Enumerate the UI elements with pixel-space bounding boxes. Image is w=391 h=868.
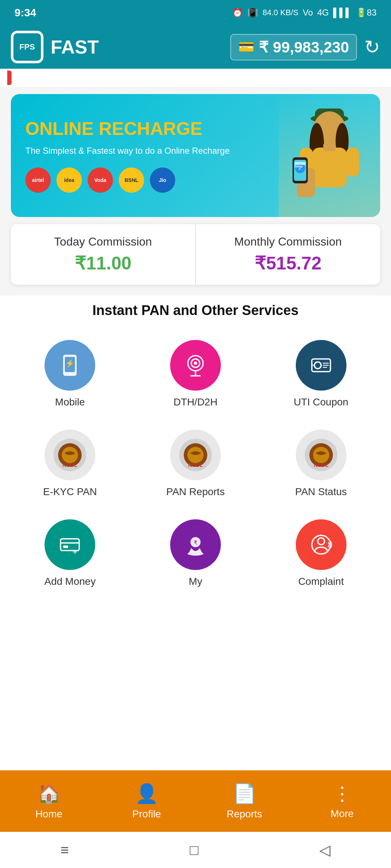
dth-label: DTH/D2H <box>173 396 217 408</box>
add-money-icon: + <box>45 519 95 570</box>
dth-icon <box>170 340 221 391</box>
complaint-icon <box>296 519 346 570</box>
my-label: My <box>189 576 202 587</box>
home-system-button[interactable]: □ <box>190 842 198 858</box>
nav-profile[interactable]: 👤 Profile <box>98 783 196 820</box>
wallet-icon: 💳 <box>238 39 255 55</box>
svg-text:+: + <box>73 547 78 557</box>
promo-banner[interactable]: ONLINE RECHARGE The Simplest & Fastest w… <box>11 94 380 217</box>
status-bar: 9:34 ⏰ 📳 84.0 KB/S Vo 4G ▌▌▌ 🔋83 <box>0 0 391 25</box>
red-indicator <box>7 71 12 85</box>
mobile-label: Mobile <box>55 396 85 408</box>
airtel-icon[interactable]: airtel <box>25 167 51 193</box>
svg-point-18 <box>69 373 71 375</box>
more-nav-label: More <box>331 808 354 820</box>
service-complaint[interactable]: Complaint <box>262 512 380 595</box>
ekyc-label: E-KYC PAN <box>43 486 97 498</box>
reports-nav-icon: 📄 <box>233 783 256 805</box>
wallet-area: 💳 ₹ 99,983,230 ↻ <box>230 34 380 60</box>
service-mobile[interactable]: ⚡ Mobile <box>11 333 129 415</box>
svg-rect-7 <box>346 148 359 176</box>
service-my[interactable]: ₹ My <box>136 512 255 595</box>
svg-rect-45 <box>63 545 68 548</box>
network-type: 4G <box>317 8 329 18</box>
nav-more[interactable]: ⋮ More <box>293 783 391 820</box>
complaint-label: Complaint <box>298 576 344 587</box>
app-header: FPS FAST 💳 ₹ 99,983,230 ↻ <box>0 25 391 69</box>
bsnl-icon[interactable]: BSNL <box>119 167 144 193</box>
bottom-navigation: 🏠 Home 👤 Profile 📄 Reports ⋮ More <box>0 770 391 832</box>
status-time: 9:34 <box>14 7 36 19</box>
svg-point-22 <box>194 362 197 365</box>
ekyc-icon: NSDL <box>45 430 95 480</box>
monthly-commission-value: ₹515.72 <box>207 253 369 274</box>
services-section: Instant PAN and Other Services ⚡ Mobile <box>0 295 391 770</box>
volte-icon: Vo <box>303 8 313 18</box>
wallet-box[interactable]: 💳 ₹ 99,983,230 <box>230 34 357 60</box>
logo-text: FPS <box>13 33 41 61</box>
banner-image: ✓ <box>279 94 380 217</box>
app-name: FAST <box>51 36 223 58</box>
uti-label: UTI Coupon <box>294 396 348 408</box>
service-pan-reports[interactable]: NSDL PAN Reports <box>136 422 255 505</box>
service-dth[interactable]: DTH/D2H <box>136 333 255 415</box>
operator-icons: airtel idea Voda BSNL Jio <box>25 167 264 193</box>
services-section-title: Instant PAN and Other Services <box>0 303 391 318</box>
my-icon: ₹ <box>170 519 221 570</box>
reports-nav-label: Reports <box>227 808 262 820</box>
service-add-money[interactable]: + Add Money <box>11 512 129 595</box>
indicator-bar <box>0 69 391 87</box>
app-logo: FPS <box>11 31 43 63</box>
banner-subtitle: The Simplest & Fastest way to do a Onlin… <box>25 145 264 156</box>
pan-reports-icon: NSDL <box>170 430 221 480</box>
svg-rect-14 <box>295 166 303 167</box>
person-illustration: ✓ <box>286 101 373 217</box>
battery-icon: 🔋83 <box>356 8 377 18</box>
monthly-commission-label: Monthly Commission <box>207 235 369 248</box>
monthly-commission: Monthly Commission ₹515.72 <box>195 224 380 285</box>
menu-system-button[interactable]: ≡ <box>60 842 69 858</box>
idea-icon[interactable]: idea <box>56 167 82 193</box>
signal-icon: ▌▌▌ <box>333 8 352 18</box>
nav-reports[interactable]: 📄 Reports <box>196 783 293 820</box>
add-money-label: Add Money <box>45 576 96 587</box>
more-nav-icon: ⋮ <box>333 783 352 804</box>
service-pan-status[interactable]: NSDL PAN Status <box>262 422 380 505</box>
svg-point-26 <box>314 362 321 369</box>
nav-home[interactable]: 🏠 Home <box>0 783 98 820</box>
network-speed: 84.0 KB/S <box>262 8 298 17</box>
svg-text:NSDL: NSDL <box>188 462 203 468</box>
jio-icon[interactable]: Jio <box>150 167 175 193</box>
service-uti[interactable]: UTI Coupon <box>262 333 380 415</box>
svg-text:₹: ₹ <box>194 539 197 546</box>
pan-status-label: PAN Status <box>295 486 347 498</box>
svg-point-50 <box>318 538 324 545</box>
services-grid: ⚡ Mobile DTH/D2H <box>0 333 391 605</box>
home-nav-label: Home <box>35 808 63 820</box>
mobile-icon: ⚡ <box>45 340 95 391</box>
banner-content: ONLINE RECHARGE The Simplest & Fastest w… <box>11 107 279 203</box>
today-commission-label: Today Commission <box>22 235 184 248</box>
commission-card: Today Commission ₹11.00 Monthly Commissi… <box>11 224 380 285</box>
today-commission: Today Commission ₹11.00 <box>11 224 195 285</box>
service-ekyc[interactable]: NSDL E-KYC PAN <box>11 422 129 505</box>
vibrate-icon: 📳 <box>247 8 258 18</box>
vodafone-icon[interactable]: Voda <box>88 167 113 193</box>
status-icons: ⏰ 📳 84.0 KB/S Vo 4G ▌▌▌ 🔋83 <box>232 8 377 18</box>
system-navigation: ≡ □ ◁ <box>0 832 391 868</box>
pan-status-icon: NSDL <box>296 430 346 480</box>
pan-reports-label: PAN Reports <box>166 486 224 498</box>
back-system-button[interactable]: ◁ <box>319 842 331 858</box>
profile-nav-label: Profile <box>132 808 161 820</box>
profile-nav-icon: 👤 <box>135 783 159 805</box>
svg-rect-15 <box>323 144 336 151</box>
svg-text:NSDL: NSDL <box>314 462 328 468</box>
uti-icon <box>296 340 346 391</box>
svg-text:NSDL: NSDL <box>63 462 77 468</box>
svg-rect-13 <box>295 162 306 165</box>
wallet-amount: ₹ 99,983,230 <box>259 38 349 56</box>
svg-rect-5 <box>312 148 347 187</box>
refresh-button[interactable]: ↻ <box>364 36 380 58</box>
banner-title: ONLINE RECHARGE <box>25 118 264 139</box>
today-commission-value: ₹11.00 <box>22 253 184 274</box>
